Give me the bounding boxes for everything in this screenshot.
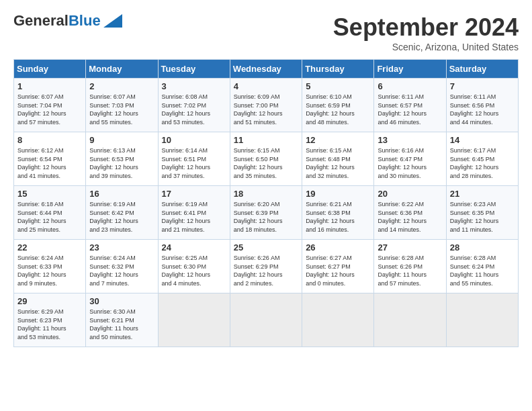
logo-icon <box>103 14 122 28</box>
calendar-cell: 19Sunrise: 6:21 AM Sunset: 6:38 PM Dayli… <box>302 186 374 240</box>
calendar-cell <box>446 293 518 347</box>
calendar-cell: 8Sunrise: 6:12 AM Sunset: 6:54 PM Daylig… <box>14 132 86 186</box>
day-info: Sunrise: 6:27 AM Sunset: 6:27 PM Dayligh… <box>306 254 370 287</box>
month-title: September 2024 <box>333 13 519 42</box>
day-info: Sunrise: 6:22 AM Sunset: 6:36 PM Dayligh… <box>378 200 442 234</box>
calendar-cell: 18Sunrise: 6:20 AM Sunset: 6:39 PM Dayli… <box>230 186 302 240</box>
day-info: Sunrise: 6:12 AM Sunset: 6:54 PM Dayligh… <box>17 146 82 180</box>
calendar-cell <box>158 293 230 347</box>
day-info: Sunrise: 6:19 AM Sunset: 6:41 PM Dayligh… <box>162 200 226 234</box>
header: GeneralBlue September 2024 Scenic, Arizo… <box>13 13 519 52</box>
header-monday: Monday <box>86 60 158 79</box>
calendar-cell: 30Sunrise: 6:30 AM Sunset: 6:21 PM Dayli… <box>86 293 158 347</box>
day-info: Sunrise: 6:16 AM Sunset: 6:47 PM Dayligh… <box>378 146 442 180</box>
day-number: 9 <box>89 135 154 145</box>
calendar-cell: 5Sunrise: 6:10 AM Sunset: 6:59 PM Daylig… <box>302 79 374 132</box>
day-info: Sunrise: 6:21 AM Sunset: 6:38 PM Dayligh… <box>306 200 370 234</box>
day-number: 11 <box>234 135 298 145</box>
calendar-week-4: 22Sunrise: 6:24 AM Sunset: 6:33 PM Dayli… <box>14 240 519 293</box>
day-info: Sunrise: 6:07 AM Sunset: 7:04 PM Dayligh… <box>17 93 82 126</box>
calendar-cell: 6Sunrise: 6:11 AM Sunset: 6:57 PM Daylig… <box>374 79 446 132</box>
day-number: 22 <box>17 242 82 253</box>
calendar-cell: 11Sunrise: 6:15 AM Sunset: 6:50 PM Dayli… <box>230 132 302 186</box>
calendar-cell: 13Sunrise: 6:16 AM Sunset: 6:47 PM Dayli… <box>374 132 446 186</box>
location-text: Scenic, Arizona, United States <box>333 42 519 52</box>
calendar-header-row: SundayMondayTuesdayWednesdayThursdayFrid… <box>14 60 519 79</box>
calendar-cell: 23Sunrise: 6:24 AM Sunset: 6:32 PM Dayli… <box>86 240 158 293</box>
calendar-cell: 2Sunrise: 6:07 AM Sunset: 7:03 PM Daylig… <box>86 79 158 132</box>
day-number: 2 <box>89 81 154 91</box>
calendar-cell: 9Sunrise: 6:13 AM Sunset: 6:53 PM Daylig… <box>86 132 158 186</box>
day-number: 19 <box>306 189 370 199</box>
calendar-cell <box>302 293 374 347</box>
svg-marker-0 <box>103 14 122 28</box>
calendar-cell: 3Sunrise: 6:08 AM Sunset: 7:02 PM Daylig… <box>158 79 230 132</box>
calendar-cell: 29Sunrise: 6:29 AM Sunset: 6:23 PM Dayli… <box>14 293 86 347</box>
calendar-cell: 10Sunrise: 6:14 AM Sunset: 6:51 PM Dayli… <box>158 132 230 186</box>
day-info: Sunrise: 6:24 AM Sunset: 6:33 PM Dayligh… <box>17 254 82 287</box>
day-info: Sunrise: 6:08 AM Sunset: 7:02 PM Dayligh… <box>162 93 226 126</box>
calendar-week-3: 15Sunrise: 6:18 AM Sunset: 6:44 PM Dayli… <box>14 186 519 240</box>
header-wednesday: Wednesday <box>230 60 302 79</box>
day-info: Sunrise: 6:24 AM Sunset: 6:32 PM Dayligh… <box>89 254 154 287</box>
day-info: Sunrise: 6:23 AM Sunset: 6:35 PM Dayligh… <box>450 200 515 234</box>
calendar-cell: 1Sunrise: 6:07 AM Sunset: 7:04 PM Daylig… <box>14 79 86 132</box>
calendar-cell <box>374 293 446 347</box>
calendar-cell: 4Sunrise: 6:09 AM Sunset: 7:00 PM Daylig… <box>230 79 302 132</box>
day-info: Sunrise: 6:11 AM Sunset: 6:56 PM Dayligh… <box>450 93 515 126</box>
header-sunday: Sunday <box>14 60 86 79</box>
day-number: 1 <box>17 81 82 91</box>
day-info: Sunrise: 6:30 AM Sunset: 6:21 PM Dayligh… <box>89 308 154 341</box>
header-tuesday: Tuesday <box>158 60 230 79</box>
day-number: 6 <box>378 81 442 91</box>
day-number: 18 <box>234 189 298 199</box>
day-number: 24 <box>162 242 226 253</box>
calendar-cell: 16Sunrise: 6:19 AM Sunset: 6:42 PM Dayli… <box>86 186 158 240</box>
calendar-cell: 15Sunrise: 6:18 AM Sunset: 6:44 PM Dayli… <box>14 186 86 240</box>
calendar-cell <box>230 293 302 347</box>
calendar-cell: 20Sunrise: 6:22 AM Sunset: 6:36 PM Dayli… <box>374 186 446 240</box>
calendar-cell: 17Sunrise: 6:19 AM Sunset: 6:41 PM Dayli… <box>158 186 230 240</box>
logo-general: General <box>13 12 69 29</box>
day-number: 27 <box>378 242 442 253</box>
logo: GeneralBlue <box>13 13 122 28</box>
day-number: 23 <box>89 242 154 253</box>
day-info: Sunrise: 6:20 AM Sunset: 6:39 PM Dayligh… <box>234 200 298 234</box>
calendar-cell: 22Sunrise: 6:24 AM Sunset: 6:33 PM Dayli… <box>14 240 86 293</box>
logo-blue: Blue <box>69 12 101 29</box>
calendar-cell: 25Sunrise: 6:26 AM Sunset: 6:29 PM Dayli… <box>230 240 302 293</box>
day-number: 14 <box>450 135 515 145</box>
day-number: 28 <box>450 242 515 253</box>
day-info: Sunrise: 6:17 AM Sunset: 6:45 PM Dayligh… <box>450 146 515 180</box>
day-info: Sunrise: 6:18 AM Sunset: 6:44 PM Dayligh… <box>17 200 82 234</box>
calendar-cell: 26Sunrise: 6:27 AM Sunset: 6:27 PM Dayli… <box>302 240 374 293</box>
day-number: 8 <box>17 135 82 145</box>
day-number: 12 <box>306 135 370 145</box>
calendar-cell: 14Sunrise: 6:17 AM Sunset: 6:45 PM Dayli… <box>446 132 518 186</box>
day-info: Sunrise: 6:15 AM Sunset: 6:48 PM Dayligh… <box>306 146 370 180</box>
header-thursday: Thursday <box>302 60 374 79</box>
day-number: 20 <box>378 189 442 199</box>
calendar-cell: 27Sunrise: 6:28 AM Sunset: 6:26 PM Dayli… <box>374 240 446 293</box>
calendar-week-1: 1Sunrise: 6:07 AM Sunset: 7:04 PM Daylig… <box>14 79 519 132</box>
calendar-cell: 24Sunrise: 6:25 AM Sunset: 6:30 PM Dayli… <box>158 240 230 293</box>
title-area: September 2024 Scenic, Arizona, United S… <box>333 13 519 52</box>
day-info: Sunrise: 6:29 AM Sunset: 6:23 PM Dayligh… <box>17 308 82 341</box>
calendar-cell: 7Sunrise: 6:11 AM Sunset: 6:56 PM Daylig… <box>446 79 518 132</box>
day-number: 3 <box>162 81 226 91</box>
day-number: 7 <box>450 81 515 91</box>
day-number: 17 <box>162 189 226 199</box>
header-saturday: Saturday <box>446 60 518 79</box>
day-number: 15 <box>17 189 82 199</box>
day-info: Sunrise: 6:15 AM Sunset: 6:50 PM Dayligh… <box>234 146 298 180</box>
calendar-week-2: 8Sunrise: 6:12 AM Sunset: 6:54 PM Daylig… <box>14 132 519 186</box>
day-number: 21 <box>450 189 515 199</box>
day-info: Sunrise: 6:19 AM Sunset: 6:42 PM Dayligh… <box>89 200 154 234</box>
calendar-week-5: 29Sunrise: 6:29 AM Sunset: 6:23 PM Dayli… <box>14 293 519 347</box>
day-number: 4 <box>234 81 298 91</box>
day-number: 26 <box>306 242 370 253</box>
calendar-cell: 21Sunrise: 6:23 AM Sunset: 6:35 PM Dayli… <box>446 186 518 240</box>
day-info: Sunrise: 6:28 AM Sunset: 6:24 PM Dayligh… <box>450 254 515 287</box>
day-number: 5 <box>306 81 370 91</box>
header-friday: Friday <box>374 60 446 79</box>
